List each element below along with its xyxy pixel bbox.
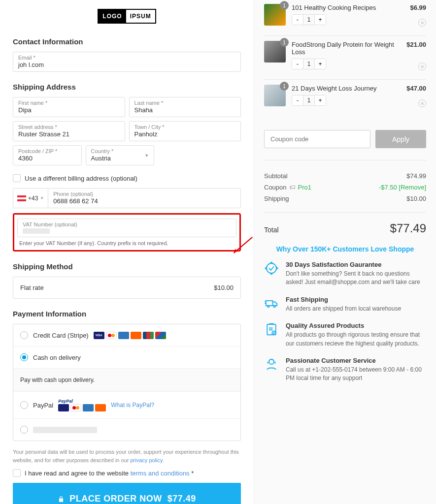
radio-icon <box>20 331 28 339</box>
feature-support: Passionate Customer Service Call us at +… <box>264 357 426 383</box>
qty-plus[interactable]: + <box>315 15 326 25</box>
coupon-discount: -$7.50 <box>379 184 397 191</box>
cart-item: 1 21 Days Weight Loss Journey - 1 + $47.… <box>264 80 426 116</box>
remove-item-button[interactable]: ✕ <box>418 19 426 27</box>
email-label: Email * <box>18 55 235 61</box>
product-thumb: 1 <box>264 4 286 26</box>
headset-icon <box>264 357 279 383</box>
phone-field[interactable]: Phone (optional) 0688 668 62 74 <box>48 189 240 208</box>
qty-badge: 1 <box>280 1 289 10</box>
privacy-link[interactable]: privacy policy <box>130 457 162 463</box>
why-heading: Why Over 150K+ Customers Love Shoppe <box>264 245 426 253</box>
remove-coupon-link[interactable]: [Remove] <box>399 184 426 191</box>
svg-point-3 <box>273 305 275 307</box>
product-name: 101 Healthy Cooking Recipes <box>292 4 404 11</box>
shipping-label: Shipping <box>264 195 289 202</box>
apply-coupon-button[interactable]: Apply <box>375 130 426 148</box>
coupon-code: Pro1 <box>298 184 311 191</box>
checkbox-icon <box>13 469 21 477</box>
radio-icon <box>20 426 28 434</box>
visa-icon <box>58 404 69 411</box>
flag-icon <box>17 195 26 201</box>
remove-item-button[interactable]: ✕ <box>418 99 426 107</box>
tag-icon: 🏷 <box>289 184 296 191</box>
truck-icon <box>264 296 279 313</box>
city-field[interactable]: Town / City * Panholz <box>129 121 241 141</box>
shipping-value: $10.00 <box>406 195 426 202</box>
total-value: $77.49 <box>390 221 426 235</box>
chevron-down-icon: ▼ <box>144 153 149 158</box>
qty-badge: 1 <box>280 82 289 91</box>
legal-text: Your personal data will be used to proce… <box>13 448 241 464</box>
email-field[interactable]: Email * joh l.com <box>13 52 241 72</box>
vat-highlight-box: VAT Number (optional) Enter your VAT Num… <box>13 213 241 252</box>
email-value: joh l.com <box>18 61 235 68</box>
diff-billing-checkbox[interactable]: Use a different billing address (optiona… <box>13 174 241 182</box>
subtotal-value: $74.99 <box>406 172 426 180</box>
country-code-select[interactable]: +43 ▼ <box>13 189 48 208</box>
vat-value-redacted <box>23 228 50 234</box>
lock-icon <box>58 496 65 503</box>
svg-point-2 <box>268 305 269 307</box>
logo: LOGO IPSUM <box>13 9 241 24</box>
street-field[interactable]: Street address * Ruster Strasse 21 <box>13 121 125 141</box>
feature-quality: Quality Assured Products All products go… <box>264 322 426 348</box>
qty-minus[interactable]: - <box>292 95 303 105</box>
clipboard-check-icon <box>264 322 279 348</box>
qty-minus[interactable]: - <box>292 59 303 69</box>
postcode-field[interactable]: Postcode / ZIP * 4360 <box>13 145 82 165</box>
cart-item: 1 FoodStrong Daily Protein for Weight Lo… <box>264 36 426 80</box>
qty-badge: 1 <box>280 38 289 47</box>
annotation-arrow-icon <box>231 236 253 260</box>
remove-item-button[interactable]: ✕ <box>418 63 426 70</box>
payment-hidden-option[interactable] <box>13 419 240 441</box>
subtotal-label: Subtotal <box>264 172 288 180</box>
radio-selected-icon <box>20 353 28 361</box>
first-name-field[interactable]: First name * Dipa <box>13 97 125 117</box>
last-name-field[interactable]: Last name * Shaha <box>129 97 241 117</box>
radio-icon <box>20 401 28 409</box>
product-thumb: 1 <box>264 41 286 63</box>
svg-point-0 <box>267 263 276 273</box>
shipping-method-heading: Shipping Method <box>13 262 241 271</box>
discover-icon <box>131 332 141 339</box>
product-name: FoodStrong Daily Protein for Weight Loss <box>292 41 401 56</box>
shipping-method-option[interactable]: Flat rate $10.00 <box>13 277 241 299</box>
badge-check-icon <box>264 261 279 287</box>
unionpay-icon <box>155 332 166 339</box>
payment-option-redacted <box>33 427 97 433</box>
discover-icon <box>95 404 106 411</box>
logo-left: LOGO <box>99 10 126 23</box>
logo-right: IPSUM <box>126 10 155 23</box>
mastercard-icon <box>106 332 117 339</box>
qty-plus[interactable]: + <box>315 59 326 69</box>
checkbox-icon <box>13 174 21 182</box>
paypal-info-link[interactable]: What is PayPal? <box>111 402 154 409</box>
quantity-stepper[interactable]: - 1 + <box>292 59 326 69</box>
qty-minus[interactable]: - <box>292 15 303 25</box>
coupon-label: Coupon <box>264 184 287 191</box>
svg-rect-1 <box>266 301 273 306</box>
payment-cod[interactable]: Cash on delivery <box>13 346 240 369</box>
payment-paypal[interactable]: PayPal PayPal What is PayPal? <box>13 392 240 419</box>
coupon-input[interactable] <box>264 130 370 148</box>
chevron-down-icon: ▼ <box>40 196 44 200</box>
quantity-stepper[interactable]: - 1 + <box>292 95 326 106</box>
terms-checkbox[interactable]: I have read and agree to the website ter… <box>13 469 241 477</box>
feature-guarantee: 30 Days Satisfaction Gaurantee Don't lik… <box>264 261 426 287</box>
visa-icon: VISA <box>94 332 104 339</box>
place-order-button[interactable]: PLACE ORDER NOW $77.49 <box>13 483 241 504</box>
terms-link[interactable]: terms and conditions <box>131 470 190 477</box>
vat-field[interactable]: VAT Number (optional) <box>17 219 236 237</box>
shipping-heading: Shipping Address <box>13 83 241 91</box>
qty-plus[interactable]: + <box>315 95 326 105</box>
quantity-stepper[interactable]: - 1 + <box>292 14 326 25</box>
vat-help-text: Enter your VAT Number (if any). Country … <box>17 240 236 246</box>
payment-credit-card[interactable]: Credit Card (Stripe) VISA <box>13 324 240 346</box>
product-thumb: 1 <box>264 85 286 106</box>
payment-heading: Payment Information <box>13 310 241 318</box>
cod-description: Pay with cash upon delivery. <box>13 369 240 392</box>
amex-icon <box>83 404 94 411</box>
cart-item: 1 101 Healthy Cooking Recipes - 1 + $6.9… <box>264 4 426 36</box>
country-select[interactable]: Country * Austria ▼ <box>86 145 155 165</box>
